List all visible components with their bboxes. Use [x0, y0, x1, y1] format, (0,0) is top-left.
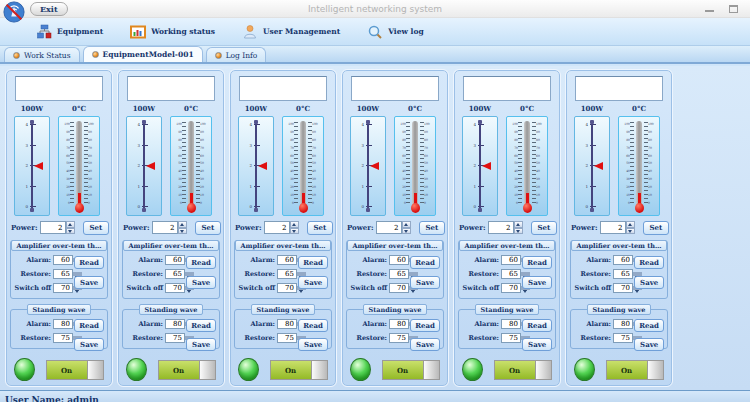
spin-down-icon[interactable]: [626, 228, 635, 235]
standing-wave-read-button[interactable]: Read: [410, 319, 440, 332]
standing-wave-alarm-input[interactable]: [53, 319, 73, 329]
toolbar-item-user-management[interactable]: User Management: [242, 24, 340, 40]
power-switch-on-label[interactable]: On: [383, 361, 423, 379]
minimize-button[interactable]: [705, 10, 714, 12]
spin-down-icon[interactable]: [402, 228, 411, 235]
standing-wave-read-button[interactable]: Read: [298, 319, 328, 332]
amplifier-restore-input[interactable]: [501, 269, 521, 279]
amplifier-read-button[interactable]: Read: [410, 256, 440, 269]
amplifier-save-button[interactable]: Save: [410, 276, 440, 289]
standing-wave-save-button[interactable]: Save: [634, 338, 664, 351]
amplifier-restore-input[interactable]: [53, 269, 73, 279]
power-switch-on-label[interactable]: On: [607, 361, 647, 379]
amplifier-save-button[interactable]: Save: [298, 276, 328, 289]
power-switch[interactable]: On: [494, 360, 553, 380]
power-switch-handle[interactable]: [87, 361, 104, 379]
standing-wave-read-button[interactable]: Read: [522, 319, 552, 332]
amplifier-switch-off-input[interactable]: [277, 283, 297, 293]
spin-down-icon[interactable]: [514, 228, 523, 235]
power-switch-handle[interactable]: [199, 361, 216, 379]
power-switch-handle[interactable]: [311, 361, 328, 379]
amplifier-save-button[interactable]: Save: [186, 276, 216, 289]
standing-wave-restore-input[interactable]: [277, 333, 297, 343]
power-switch-handle[interactable]: [423, 361, 440, 379]
power-switch-on-label[interactable]: On: [271, 361, 311, 379]
equipment-display-field[interactable]: [351, 76, 439, 101]
amplifier-alarm-input[interactable]: [389, 255, 409, 265]
spin-down-icon[interactable]: [290, 228, 299, 235]
amplifier-alarm-input[interactable]: [613, 255, 633, 265]
amplifier-restore-input[interactable]: [277, 269, 297, 279]
amplifier-read-button[interactable]: Read: [298, 256, 328, 269]
power-switch[interactable]: On: [158, 360, 217, 380]
standing-wave-restore-input[interactable]: [53, 333, 73, 343]
amplifier-switch-off-input[interactable]: [501, 283, 521, 293]
tab-log-info[interactable]: Log Info: [206, 47, 267, 62]
power-set-button[interactable]: Set: [419, 221, 446, 235]
power-switch-on-label[interactable]: On: [495, 361, 535, 379]
power-input[interactable]: [152, 221, 178, 234]
amplifier-restore-input[interactable]: [389, 269, 409, 279]
power-input[interactable]: [376, 221, 402, 234]
standing-wave-alarm-input[interactable]: [165, 319, 185, 329]
power-switch-on-label[interactable]: On: [159, 361, 199, 379]
power-set-button[interactable]: Set: [83, 221, 110, 235]
amplifier-switch-off-input[interactable]: [53, 283, 73, 293]
standing-wave-alarm-input[interactable]: [501, 319, 521, 329]
power-set-button[interactable]: Set: [643, 221, 670, 235]
amplifier-alarm-input[interactable]: [165, 255, 185, 265]
equipment-display-field[interactable]: [575, 76, 663, 101]
power-switch-handle[interactable]: [535, 361, 552, 379]
power-switch-handle[interactable]: [647, 361, 664, 379]
amplifier-restore-input[interactable]: [613, 269, 633, 279]
standing-wave-save-button[interactable]: Save: [410, 338, 440, 351]
amplifier-read-button[interactable]: Read: [634, 256, 664, 269]
standing-wave-restore-input[interactable]: [501, 333, 521, 343]
standing-wave-restore-input[interactable]: [613, 333, 633, 343]
power-input[interactable]: [40, 221, 66, 234]
standing-wave-alarm-input[interactable]: [613, 319, 633, 329]
equipment-display-field[interactable]: [463, 76, 551, 101]
standing-wave-save-button[interactable]: Save: [522, 338, 552, 351]
standing-wave-alarm-input[interactable]: [389, 319, 409, 329]
maximize-button[interactable]: [729, 5, 738, 13]
power-switch[interactable]: On: [606, 360, 665, 380]
toolbar-item-view-log[interactable]: View log: [367, 24, 423, 40]
power-set-button[interactable]: Set: [195, 221, 222, 235]
power-set-button[interactable]: Set: [531, 221, 558, 235]
amplifier-save-button[interactable]: Save: [74, 276, 104, 289]
toolbar-item-working-status[interactable]: Working status: [130, 24, 215, 40]
spin-down-icon[interactable]: [66, 228, 75, 235]
standing-wave-read-button[interactable]: Read: [634, 319, 664, 332]
power-input[interactable]: [600, 221, 626, 234]
tab-work-status[interactable]: Work Status: [4, 47, 80, 62]
equipment-display-field[interactable]: [15, 76, 103, 101]
power-switch[interactable]: On: [382, 360, 441, 380]
equipment-display-field[interactable]: [239, 76, 327, 101]
standing-wave-restore-input[interactable]: [389, 333, 409, 343]
amplifier-read-button[interactable]: Read: [186, 256, 216, 269]
amplifier-alarm-input[interactable]: [53, 255, 73, 265]
toolbar-item-equipment[interactable]: Equipment: [36, 24, 103, 40]
standing-wave-read-button[interactable]: Read: [74, 319, 104, 332]
power-switch[interactable]: On: [270, 360, 329, 380]
amplifier-switch-off-input[interactable]: [389, 283, 409, 293]
amplifier-switch-off-input[interactable]: [165, 283, 185, 293]
spin-down-icon[interactable]: [178, 228, 187, 235]
standing-wave-save-button[interactable]: Save: [186, 338, 216, 351]
amplifier-switch-off-input[interactable]: [613, 283, 633, 293]
power-switch[interactable]: On: [46, 360, 105, 380]
standing-wave-restore-input[interactable]: [165, 333, 185, 343]
standing-wave-save-button[interactable]: Save: [74, 338, 104, 351]
amplifier-restore-input[interactable]: [165, 269, 185, 279]
equipment-display-field[interactable]: [127, 76, 215, 101]
standing-wave-save-button[interactable]: Save: [298, 338, 328, 351]
standing-wave-alarm-input[interactable]: [277, 319, 297, 329]
amplifier-save-button[interactable]: Save: [634, 276, 664, 289]
standing-wave-read-button[interactable]: Read: [186, 319, 216, 332]
amplifier-read-button[interactable]: Read: [522, 256, 552, 269]
power-input[interactable]: [264, 221, 290, 234]
amplifier-read-button[interactable]: Read: [74, 256, 104, 269]
amplifier-alarm-input[interactable]: [501, 255, 521, 265]
amplifier-alarm-input[interactable]: [277, 255, 297, 265]
